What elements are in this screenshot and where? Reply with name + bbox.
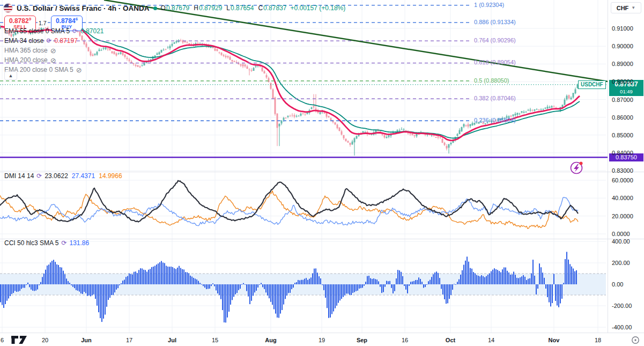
- price-axis-label[interactable]: 0.91000: [612, 25, 633, 32]
- dmi-axis-label[interactable]: 0.0000: [612, 231, 630, 237]
- bar-countdown: 01:49: [609, 89, 643, 94]
- spread-value: 1.7: [38, 19, 48, 27]
- price-axis-label[interactable]: 0.83000: [612, 167, 633, 174]
- loader-icon: ⟳: [36, 172, 42, 180]
- collapse-legend-button[interactable]: ▲: [4, 71, 17, 80]
- legend-label: HMA 365 close: [4, 47, 48, 54]
- cci-legend-row[interactable]: CCI 50 hlc3 SMA 5 ⟳ 131.86: [4, 238, 89, 248]
- cci-axis-label[interactable]: 0.00: [612, 281, 623, 288]
- dmi-axis-label[interactable]: 60.0000: [612, 177, 633, 183]
- eye-off-icon: ⊘: [50, 47, 56, 55]
- dmi-values: 23.062227.437114.9966: [45, 172, 122, 180]
- dmi-legend-row[interactable]: DMI 14 14 ⟳ 23.062227.437114.9966: [4, 171, 122, 181]
- time-axis-label[interactable]: 17: [126, 337, 132, 343]
- price-axis-label[interactable]: 0.86000: [612, 114, 633, 121]
- time-axis-label[interactable]: Nov: [549, 337, 560, 343]
- legend-label: EMA 55 close 0 SMA 5: [4, 27, 70, 35]
- dmi-label: DMI 14 14: [4, 172, 34, 180]
- cci-axis-label[interactable]: 400.00: [612, 238, 630, 245]
- dmi-value: 14.9966: [99, 172, 122, 180]
- legend-value: 0.87021: [80, 27, 103, 35]
- cci-axis-label[interactable]: 200.00: [612, 260, 630, 266]
- dmi-axis-label[interactable]: 20.0000: [612, 213, 633, 219]
- loader-icon: ⟳: [61, 239, 66, 247]
- fib-level-label[interactable]: 0.382 (0.87046): [474, 95, 516, 101]
- loader-icon: ⟳: [46, 37, 51, 45]
- fib-level-label[interactable]: 0.886 (0.91334): [474, 19, 516, 25]
- fib-level-label[interactable]: 1 (0.92304): [474, 2, 504, 8]
- cci-axis-label[interactable]: -400.00: [612, 324, 632, 330]
- us-flag-icon: [3, 3, 13, 13]
- price-axis-label[interactable]: 0.87000: [612, 97, 633, 103]
- time-axis-label[interactable]: 16: [402, 337, 408, 343]
- legend-row-2[interactable]: EMA 34 close⟳0.87197: [4, 36, 78, 46]
- time-axis-label[interactable]: Oct: [446, 337, 455, 343]
- last-price-symbol-tag: USDCHF: [578, 80, 606, 89]
- time-axis-label[interactable]: 6: [1, 337, 4, 343]
- ohlc-item: H0.87929: [194, 4, 222, 12]
- tradingview-logo[interactable]: [11, 334, 30, 345]
- price-axis-label[interactable]: 0.88000: [612, 78, 633, 85]
- eye-off-icon: ⊘: [50, 56, 56, 64]
- cci-histogram: [0, 252, 606, 322]
- dmi-axis-label[interactable]: 40.0000: [612, 195, 633, 201]
- time-axis-label[interactable]: 20: [42, 337, 48, 343]
- market-open-dot: [153, 6, 157, 10]
- legend-label: EMA 34 close: [4, 37, 43, 45]
- time-axis-label[interactable]: 19: [319, 337, 325, 343]
- time-axis-label[interactable]: Jun: [81, 337, 92, 343]
- price-axis-label[interactable]: 0.89000: [612, 61, 633, 67]
- timezone-target-icon[interactable]: [631, 335, 640, 345]
- symbol-header: U.S. Dollar / Swiss Franc · 4h · OANDA O…: [3, 2, 345, 14]
- ohlc-item: C0.87837: [258, 4, 286, 12]
- legend-row-3[interactable]: HMA 365 close⊘: [4, 46, 56, 55]
- fib-level-label[interactable]: 0.618 (0.89054): [474, 59, 516, 65]
- cci-axis-label[interactable]: -200.00: [612, 303, 632, 309]
- fib-level-label[interactable]: 0.764 (0.90296): [474, 37, 516, 43]
- time-axis-label[interactable]: 18: [595, 337, 601, 343]
- dmi-value: 27.4371: [72, 172, 95, 180]
- eye-off-icon: ⊘: [76, 66, 82, 74]
- dmi-value: 23.0622: [45, 172, 68, 180]
- legend-label: HMA 200 close: [4, 56, 48, 64]
- loader-icon: ⟳: [72, 27, 78, 35]
- chevron-down-icon: ▼: [631, 5, 635, 10]
- strategy-lightning-icon[interactable]: [571, 162, 583, 174]
- price-change: +0.00157 (+0.18%): [291, 4, 346, 12]
- legend-row-4[interactable]: HMA 200 close⊘: [4, 55, 56, 65]
- time-axis-label[interactable]: 15: [212, 337, 218, 343]
- price-axis-label[interactable]: 0.85000: [612, 132, 633, 138]
- cci-label: CCI 50 hlc3 SMA 5: [4, 239, 58, 247]
- fib-level-label[interactable]: 0.5 (0.88050): [474, 77, 509, 84]
- ohlc-item: O0.87679: [161, 4, 190, 12]
- trading-chart-window: U.S. Dollar / Swiss Franc · 4h · OANDA O…: [0, 0, 644, 346]
- ohlc-item: L0.87654: [226, 4, 254, 12]
- ohlc-values: O0.87679H0.87929L0.87654C0.87837: [161, 4, 287, 12]
- time-axis-label[interactable]: 14: [488, 337, 494, 343]
- price-axis-label[interactable]: 0.84000: [612, 150, 633, 156]
- time-axis-label[interactable]: Jul: [168, 337, 176, 343]
- symbol-title[interactable]: U.S. Dollar / Swiss Franc · 4h · OANDA: [17, 4, 150, 12]
- time-axis-label[interactable]: Aug: [265, 337, 276, 343]
- price-axis-label[interactable]: 0.90000: [612, 43, 633, 49]
- fib-level-label[interactable]: 0.236 (0.85804): [474, 117, 516, 123]
- time-axis-label[interactable]: Sep: [357, 337, 367, 343]
- legend-row-1[interactable]: EMA 55 close 0 SMA 5⟳0.87021: [4, 26, 104, 36]
- currency-dropdown[interactable]: CHF▼: [611, 2, 641, 13]
- legend-value: 0.87197: [54, 37, 77, 45]
- cci-value: 131.86: [69, 239, 89, 247]
